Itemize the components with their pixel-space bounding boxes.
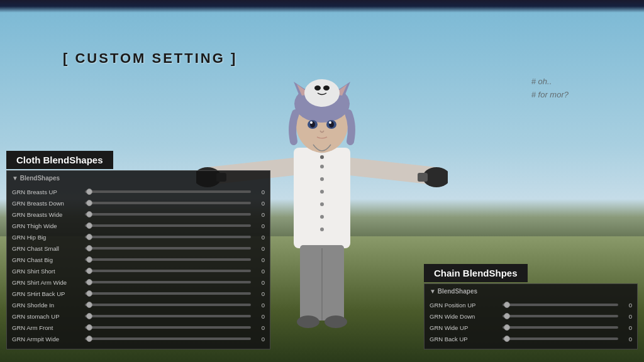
blend-value: 0 xyxy=(622,336,632,343)
svg-point-29 xyxy=(325,315,347,328)
blend-row[interactable]: GRN Back UP 0 xyxy=(430,334,632,344)
blend-row[interactable]: GRN Hip Big 0 xyxy=(12,232,265,242)
svg-point-6 xyxy=(320,177,324,181)
cloth-section-title: ▼ BlendShapes xyxy=(12,175,60,182)
blend-value: 0 xyxy=(255,256,265,263)
blend-value: 0 xyxy=(622,324,632,331)
top-bar xyxy=(0,0,644,13)
blend-value: 0 xyxy=(255,313,265,320)
blend-value: 0 xyxy=(255,189,265,195)
blend-slider[interactable] xyxy=(85,304,251,306)
blend-row[interactable]: GRN Arm Front 0 xyxy=(12,322,265,332)
blend-slider-thumb xyxy=(86,211,92,217)
blend-slider[interactable] xyxy=(502,315,618,317)
blend-slider[interactable] xyxy=(502,337,618,340)
blend-slider[interactable] xyxy=(85,236,251,238)
blend-label: GRN Armpit Wide xyxy=(12,336,81,343)
blend-slider[interactable] xyxy=(85,337,251,340)
decorative-text: # oh.. # for mor? xyxy=(531,75,569,102)
blend-row[interactable]: GRN Breasts Wide 0 xyxy=(12,209,265,219)
blend-value: 0 xyxy=(255,302,265,309)
blend-value: 0 xyxy=(255,290,265,297)
blend-label: GRN Shorlde In xyxy=(12,302,81,309)
blend-value: 0 xyxy=(622,313,632,320)
blend-slider-thumb xyxy=(86,189,92,195)
blend-value: 0 xyxy=(255,245,265,252)
chain-panel-body: ▼ BlendShapes GRN Position UP 0 GRN Wide… xyxy=(424,283,638,349)
blend-value: 0 xyxy=(255,268,265,275)
svg-point-8 xyxy=(320,202,324,206)
blend-row[interactable]: GRN Position UP 0 xyxy=(430,300,632,310)
svg-rect-31 xyxy=(418,173,428,182)
blend-slider[interactable] xyxy=(85,258,251,261)
blend-row[interactable]: GRN Shorlde In 0 xyxy=(12,300,265,310)
blend-label: GRN Breasts Wide xyxy=(12,211,81,218)
blend-row[interactable]: GRN Chast Small 0 xyxy=(12,243,265,253)
blend-slider-thumb xyxy=(86,256,92,263)
svg-point-23 xyxy=(314,85,321,90)
blend-slider-thumb xyxy=(86,336,92,342)
blend-slider[interactable] xyxy=(502,326,618,329)
blend-slider[interactable] xyxy=(85,213,251,216)
blend-label: GRN Shirt Arm Wide xyxy=(12,279,81,286)
blend-value: 0 xyxy=(255,211,265,218)
blend-value: 0 xyxy=(255,324,265,331)
svg-point-7 xyxy=(320,190,324,194)
blend-value: 0 xyxy=(255,336,265,343)
blend-label: GRN Chast Big xyxy=(12,256,81,263)
chain-blendshapes-panel: Chain BlendShpes ▼ BlendShapes GRN Posit… xyxy=(424,264,638,349)
blend-value: 0 xyxy=(255,234,265,241)
blend-slider-thumb xyxy=(504,336,510,342)
blend-slider[interactable] xyxy=(85,315,251,317)
blend-slider-thumb xyxy=(86,279,92,285)
blend-slider[interactable] xyxy=(85,326,251,329)
svg-point-20 xyxy=(329,121,331,124)
blend-label: GRN Hip Big xyxy=(12,234,81,241)
blend-slider-thumb xyxy=(86,222,92,229)
blend-slider-thumb xyxy=(86,302,92,308)
svg-point-5 xyxy=(320,165,324,168)
blend-row[interactable]: GRN Wide UP 0 xyxy=(430,322,632,332)
blend-slider[interactable] xyxy=(85,190,251,193)
blend-value: 0 xyxy=(255,279,265,286)
blend-slider[interactable] xyxy=(502,304,618,306)
blend-value: 0 xyxy=(255,222,265,229)
chain-panel-header: Chain BlendShpes xyxy=(424,264,528,282)
blend-label: GRN SHirt Back UP xyxy=(12,290,81,297)
svg-point-10 xyxy=(320,228,324,231)
blend-slider[interactable] xyxy=(85,247,251,250)
blend-slider-thumb xyxy=(86,245,92,251)
blend-label: GRN Breasts UP xyxy=(12,189,81,195)
cloth-blend-rows: GRN Breasts UP 0 GRN Breasts Down 0 GRN … xyxy=(12,187,265,344)
blend-row[interactable]: GRN Breasts Down 0 xyxy=(12,198,265,208)
blend-row[interactable]: GRN Armpit Wide 0 xyxy=(12,334,265,344)
chain-blend-rows: GRN Position UP 0 GRN Wide Down 0 GRN Wi… xyxy=(430,300,632,344)
svg-rect-4 xyxy=(294,148,350,248)
blend-row[interactable]: GRN stomach UP 0 xyxy=(12,311,265,321)
blend-row[interactable]: GRN SHirt Back UP 0 xyxy=(12,288,265,299)
blend-row[interactable]: GRN Shirt Arm Wide 0 xyxy=(12,277,265,287)
cloth-blendshapes-panel: Cloth BlendShapes ▼ BlendShapes GRN Brea… xyxy=(6,151,270,349)
blend-row[interactable]: GRN Wide Down 0 xyxy=(430,311,632,321)
blend-slider[interactable] xyxy=(85,292,251,295)
blend-slider[interactable] xyxy=(85,270,251,272)
blend-value: 0 xyxy=(255,200,265,207)
blend-row[interactable]: GRN Shirt Short 0 xyxy=(12,266,265,276)
blend-row[interactable]: GRN Thigh Wide 0 xyxy=(12,221,265,231)
blend-label: GRN Shirt Short xyxy=(12,268,81,275)
blend-slider-thumb xyxy=(86,313,92,319)
blend-slider[interactable] xyxy=(85,202,251,204)
blend-slider[interactable] xyxy=(85,281,251,283)
svg-point-25 xyxy=(320,155,324,159)
blend-slider-thumb xyxy=(504,313,510,319)
blend-slider[interactable] xyxy=(85,224,251,227)
blend-slider-thumb xyxy=(86,290,92,297)
svg-point-19 xyxy=(310,121,313,124)
blend-row[interactable]: GRN Chast Big 0 xyxy=(12,255,265,265)
blend-label: GRN Position UP xyxy=(430,302,499,309)
blend-slider-thumb xyxy=(86,234,92,240)
blend-label: GRN Back UP xyxy=(430,336,499,343)
blend-row[interactable]: GRN Breasts UP 0 xyxy=(12,187,265,197)
blend-slider-thumb xyxy=(86,324,92,331)
svg-point-9 xyxy=(320,215,324,219)
